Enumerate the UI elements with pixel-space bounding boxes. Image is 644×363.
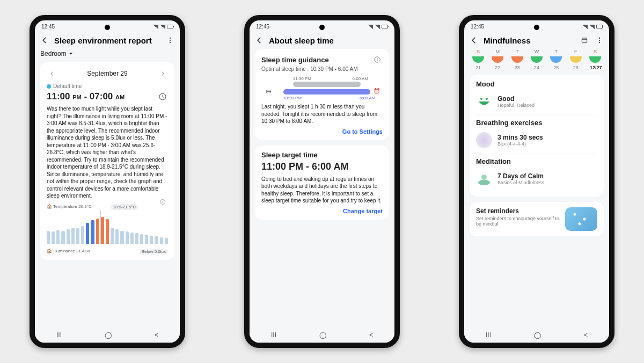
recents-button[interactable]: III bbox=[56, 331, 62, 339]
battery-icon bbox=[596, 25, 603, 28]
breathing-row[interactable]: 3 mins 30 secs Box (4-4-4-4) bbox=[476, 128, 597, 153]
chart-bar bbox=[120, 231, 123, 244]
room-dropdown[interactable]: Bedroom bbox=[40, 49, 174, 62]
signal-icon bbox=[368, 25, 373, 29]
breathing-sub: Box (4-4-4-4) bbox=[497, 141, 543, 147]
more-icon[interactable] bbox=[165, 35, 175, 46]
breathing-title: Breathing exercises bbox=[476, 119, 543, 127]
chart-bar bbox=[111, 228, 114, 244]
home-button[interactable]: ◯ bbox=[534, 331, 541, 339]
summary-card: Mood Good Hopeful, Relaxed Breathing exe… bbox=[470, 75, 604, 197]
recents-button[interactable]: III bbox=[486, 331, 491, 339]
signal-icon bbox=[153, 25, 158, 29]
environment-chart bbox=[47, 212, 168, 244]
change-target-link[interactable]: Change target bbox=[261, 205, 383, 214]
status-time: 12:45 bbox=[41, 24, 55, 30]
signal-icon bbox=[582, 25, 588, 29]
chart-bar bbox=[96, 219, 99, 244]
svg-point-1 bbox=[170, 40, 171, 41]
battery-icon bbox=[382, 25, 388, 28]
target-time: 11:00 PM - 6:00 AM bbox=[261, 161, 383, 172]
wifi-icon bbox=[589, 25, 595, 29]
page-title: About sleep time bbox=[269, 36, 390, 45]
mood-smile-row bbox=[470, 56, 604, 64]
chart-bar bbox=[56, 230, 60, 243]
time-range-row: 11:00 PM - 07:00 AM bbox=[47, 91, 168, 102]
chart-bar bbox=[76, 228, 79, 244]
chart-bar bbox=[130, 233, 134, 244]
header: About sleep time bbox=[250, 30, 394, 49]
reminders-title: Set reminders bbox=[476, 207, 561, 215]
back-button[interactable]: < bbox=[584, 331, 588, 339]
mood-row[interactable]: Good Hopeful, Relaxed bbox=[476, 89, 597, 114]
reminders-card[interactable]: Set reminders Set reminders to encourage… bbox=[470, 202, 604, 236]
next-day-button[interactable] bbox=[157, 68, 168, 79]
bed-icon: 🛏 bbox=[266, 88, 272, 94]
chart-bar bbox=[91, 220, 94, 243]
chart-bar bbox=[155, 236, 158, 243]
report-body: Was there too much light while you slept… bbox=[47, 105, 168, 200]
optimal-bar bbox=[283, 89, 371, 95]
recents-button[interactable]: III bbox=[271, 331, 276, 339]
prev-day-button[interactable] bbox=[47, 68, 57, 79]
back-button[interactable]: < bbox=[155, 331, 158, 339]
default-time-tag: Default time bbox=[47, 83, 168, 89]
date-label: September 29 bbox=[87, 70, 127, 77]
front-camera bbox=[319, 25, 325, 30]
back-icon[interactable] bbox=[254, 35, 265, 46]
chart-bar bbox=[126, 231, 129, 244]
phone-mindfulness: 12:45 Mindfulness SMTWTFS 21222324252612… bbox=[459, 15, 614, 348]
guidance-sub: Optimal sleep time : 10:30 PM - 6:00 AM bbox=[261, 66, 383, 72]
front-camera bbox=[105, 25, 110, 30]
android-nav: III ◯ < bbox=[250, 328, 394, 343]
chart-bar bbox=[165, 238, 168, 244]
svg-point-15 bbox=[481, 175, 487, 180]
svg-point-9 bbox=[599, 38, 600, 39]
reminders-body: Set reminders to encourage yourself to b… bbox=[476, 216, 561, 227]
info-icon[interactable]: i bbox=[157, 197, 168, 207]
status-icons bbox=[153, 25, 173, 29]
guidance-title: Sleep time guidance bbox=[261, 56, 329, 64]
target-body: Going to bed and waking up at regular ti… bbox=[261, 176, 383, 205]
battery-icon bbox=[167, 25, 173, 28]
home-button[interactable]: ◯ bbox=[319, 331, 326, 339]
meditation-value: 7 Days of Calm bbox=[497, 172, 544, 180]
svg-text:i: i bbox=[377, 57, 378, 61]
chart-bar bbox=[135, 233, 138, 243]
chart-bar bbox=[101, 217, 104, 243]
mood-sub: Hopeful, Relaxed bbox=[497, 103, 535, 108]
weekday-row: SMTWTFS bbox=[470, 49, 604, 56]
chart-bar bbox=[61, 231, 64, 244]
back-button[interactable]: < bbox=[369, 331, 373, 339]
chart-bar bbox=[81, 226, 84, 244]
go-settings-link[interactable]: Go to Settings bbox=[261, 125, 383, 135]
svg-text:i: i bbox=[162, 200, 163, 204]
home-button[interactable]: ◯ bbox=[105, 331, 112, 339]
more-icon[interactable] bbox=[594, 35, 605, 46]
clock-icon[interactable] bbox=[157, 91, 168, 102]
chart-bar bbox=[140, 234, 143, 244]
svg-point-11 bbox=[599, 42, 600, 43]
wifi-icon bbox=[160, 25, 165, 29]
page-title: Sleep environment report bbox=[54, 36, 160, 45]
android-nav: III ◯ < bbox=[35, 328, 180, 343]
chart-bar bbox=[160, 237, 163, 244]
chart-bar bbox=[52, 231, 55, 244]
dot-icon bbox=[47, 84, 51, 89]
calendar-icon[interactable] bbox=[579, 35, 590, 46]
back-icon[interactable] bbox=[39, 35, 50, 46]
time-range: 11:00 PM - 07:00 AM bbox=[47, 91, 125, 102]
page-title: Mindfulness bbox=[484, 36, 575, 45]
back-icon[interactable] bbox=[469, 35, 479, 46]
status-icons bbox=[582, 25, 603, 29]
info-icon[interactable]: i bbox=[372, 54, 383, 65]
date-row[interactable]: 21222324252612/27 bbox=[470, 64, 604, 75]
meditation-row[interactable]: 7 Days of Calm Basics of Mindfulness bbox=[476, 166, 597, 191]
meditation-icon bbox=[476, 171, 492, 187]
header: Mindfulness bbox=[464, 30, 609, 49]
breathing-value: 3 mins 30 secs bbox=[497, 134, 543, 141]
status-icons bbox=[368, 25, 388, 29]
date-nav: September 29 bbox=[47, 67, 168, 83]
target-card: Sleep target time 11:00 PM - 6:00 AM Goi… bbox=[255, 146, 389, 220]
svg-point-13 bbox=[486, 98, 488, 100]
